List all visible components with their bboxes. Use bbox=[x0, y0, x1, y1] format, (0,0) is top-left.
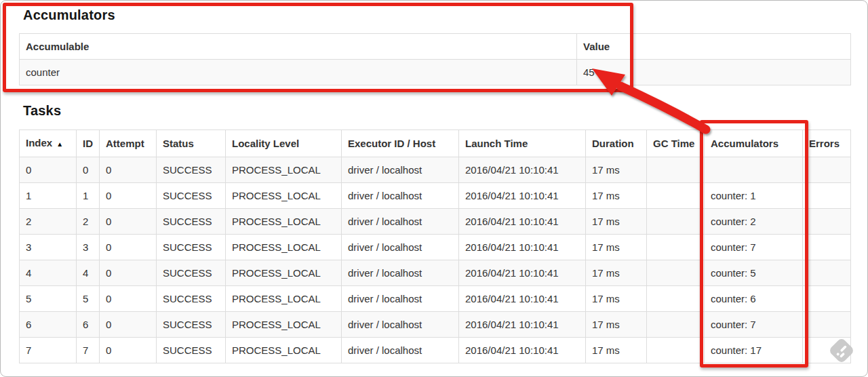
task-cell-accumulators: counter: 6 bbox=[705, 286, 803, 312]
col-header-status[interactable]: Status bbox=[157, 130, 226, 157]
task-cell-attempt: 0 bbox=[100, 286, 157, 312]
task-cell-index: 3 bbox=[20, 235, 77, 260]
task-cell-duration: 17 ms bbox=[586, 260, 647, 286]
task-cell-duration: 17 ms bbox=[586, 338, 647, 363]
task-cell-errors bbox=[803, 260, 851, 286]
tasks-section-title: Tasks bbox=[23, 103, 61, 119]
spark-ui-stage-page: Accumulators Accumulable Value counter 4… bbox=[0, 0, 868, 377]
task-row: 220SUCCESSPROCESS_LOCALdriver / localhos… bbox=[20, 209, 851, 235]
col-header-launch-time[interactable]: Launch Time bbox=[459, 130, 586, 157]
task-cell-status: SUCCESS bbox=[157, 183, 226, 209]
task-row: 770SUCCESSPROCESS_LOCALdriver / localhos… bbox=[20, 338, 851, 363]
task-cell-executor-id-host: driver / localhost bbox=[342, 286, 459, 312]
task-cell-status: SUCCESS bbox=[157, 209, 226, 235]
task-cell-attempt: 0 bbox=[100, 260, 157, 286]
task-cell-gc-time bbox=[647, 157, 705, 183]
task-cell-launch-time: 2016/04/21 10:10:41 bbox=[459, 260, 586, 286]
task-cell-accumulators: counter: 2 bbox=[705, 209, 803, 235]
task-cell-duration: 17 ms bbox=[586, 157, 647, 183]
feedly-watermark-icon bbox=[825, 334, 859, 368]
task-cell-status: SUCCESS bbox=[157, 338, 226, 363]
task-cell-locality-level: PROCESS_LOCAL bbox=[226, 157, 342, 183]
tasks-table: Index▲IDAttemptStatusLocality LevelExecu… bbox=[19, 130, 851, 363]
task-cell-gc-time bbox=[647, 209, 705, 235]
task-cell-attempt: 0 bbox=[100, 235, 157, 260]
col-header-value[interactable]: Value bbox=[577, 34, 851, 60]
accumulators-section-title: Accumulators bbox=[23, 7, 115, 23]
task-cell-id: 4 bbox=[77, 260, 100, 286]
task-row: 110SUCCESSPROCESS_LOCALdriver / localhos… bbox=[20, 183, 851, 209]
task-row: 440SUCCESSPROCESS_LOCALdriver / localhos… bbox=[20, 260, 851, 286]
task-cell-accumulators bbox=[705, 157, 803, 183]
accumulators-header-row: Accumulable Value bbox=[20, 34, 851, 60]
task-cell-attempt: 0 bbox=[100, 157, 157, 183]
task-cell-locality-level: PROCESS_LOCAL bbox=[226, 209, 342, 235]
task-row: 000SUCCESSPROCESS_LOCALdriver / localhos… bbox=[20, 157, 851, 183]
col-header-gc-time[interactable]: GC Time bbox=[647, 130, 705, 157]
col-header-executor-id-host[interactable]: Executor ID / Host bbox=[342, 130, 459, 157]
task-cell-locality-level: PROCESS_LOCAL bbox=[226, 338, 342, 363]
task-cell-duration: 17 ms bbox=[586, 286, 647, 312]
col-header-index[interactable]: Index▲ bbox=[20, 130, 77, 157]
task-cell-gc-time bbox=[647, 235, 705, 260]
task-cell-errors bbox=[803, 235, 851, 260]
task-cell-executor-id-host: driver / localhost bbox=[342, 312, 459, 338]
task-cell-index: 5 bbox=[20, 286, 77, 312]
task-cell-locality-level: PROCESS_LOCAL bbox=[226, 183, 342, 209]
task-cell-locality-level: PROCESS_LOCAL bbox=[226, 286, 342, 312]
task-cell-duration: 17 ms bbox=[586, 235, 647, 260]
task-cell-accumulators: counter: 7 bbox=[705, 312, 803, 338]
task-cell-launch-time: 2016/04/21 10:10:41 bbox=[459, 209, 586, 235]
task-cell-launch-time: 2016/04/21 10:10:41 bbox=[459, 183, 586, 209]
accumulable-value-cell: 45 bbox=[577, 60, 851, 85]
task-cell-duration: 17 ms bbox=[586, 183, 647, 209]
task-cell-status: SUCCESS bbox=[157, 235, 226, 260]
col-header-locality-level[interactable]: Locality Level bbox=[226, 130, 342, 157]
task-cell-attempt: 0 bbox=[100, 183, 157, 209]
task-cell-launch-time: 2016/04/21 10:10:41 bbox=[459, 312, 586, 338]
task-cell-locality-level: PROCESS_LOCAL bbox=[226, 312, 342, 338]
task-cell-attempt: 0 bbox=[100, 312, 157, 338]
accumulable-name-cell: counter bbox=[20, 60, 577, 85]
col-header-accumulators[interactable]: Accumulators bbox=[705, 130, 803, 157]
task-cell-gc-time bbox=[647, 286, 705, 312]
task-cell-errors bbox=[803, 157, 851, 183]
task-cell-gc-time bbox=[647, 338, 705, 363]
task-cell-index: 2 bbox=[20, 209, 77, 235]
task-cell-accumulators: counter: 17 bbox=[705, 338, 803, 363]
task-cell-launch-time: 2016/04/21 10:10:41 bbox=[459, 235, 586, 260]
task-cell-index: 4 bbox=[20, 260, 77, 286]
accumulators-table: Accumulable Value counter 45 bbox=[19, 33, 851, 85]
col-header-attempt[interactable]: Attempt bbox=[100, 130, 157, 157]
col-header-accumulable[interactable]: Accumulable bbox=[20, 34, 577, 60]
task-cell-status: SUCCESS bbox=[157, 157, 226, 183]
task-cell-launch-time: 2016/04/21 10:10:41 bbox=[459, 157, 586, 183]
task-cell-id: 0 bbox=[77, 157, 100, 183]
sort-ascending-icon: ▲ bbox=[56, 140, 63, 148]
task-cell-errors bbox=[803, 183, 851, 209]
task-cell-accumulators: counter: 1 bbox=[705, 183, 803, 209]
task-cell-id: 1 bbox=[77, 183, 100, 209]
task-cell-status: SUCCESS bbox=[157, 260, 226, 286]
task-cell-executor-id-host: driver / localhost bbox=[342, 209, 459, 235]
task-cell-status: SUCCESS bbox=[157, 286, 226, 312]
task-cell-index: 1 bbox=[20, 183, 77, 209]
task-cell-gc-time bbox=[647, 260, 705, 286]
task-cell-executor-id-host: driver / localhost bbox=[342, 157, 459, 183]
task-cell-id: 2 bbox=[77, 209, 100, 235]
col-header-id[interactable]: ID bbox=[77, 130, 100, 157]
task-cell-index: 6 bbox=[20, 312, 77, 338]
task-cell-locality-level: PROCESS_LOCAL bbox=[226, 260, 342, 286]
task-cell-duration: 17 ms bbox=[586, 312, 647, 338]
accumulator-row: counter 45 bbox=[20, 60, 851, 85]
task-cell-accumulators: counter: 7 bbox=[705, 235, 803, 260]
col-header-errors[interactable]: Errors bbox=[803, 130, 851, 157]
task-row: 660SUCCESSPROCESS_LOCALdriver / localhos… bbox=[20, 312, 851, 338]
task-cell-id: 6 bbox=[77, 312, 100, 338]
task-cell-launch-time: 2016/04/21 10:10:41 bbox=[459, 338, 586, 363]
task-cell-errors bbox=[803, 209, 851, 235]
task-cell-locality-level: PROCESS_LOCAL bbox=[226, 235, 342, 260]
col-header-duration[interactable]: Duration bbox=[586, 130, 647, 157]
task-cell-index: 7 bbox=[20, 338, 77, 363]
task-cell-id: 7 bbox=[77, 338, 100, 363]
